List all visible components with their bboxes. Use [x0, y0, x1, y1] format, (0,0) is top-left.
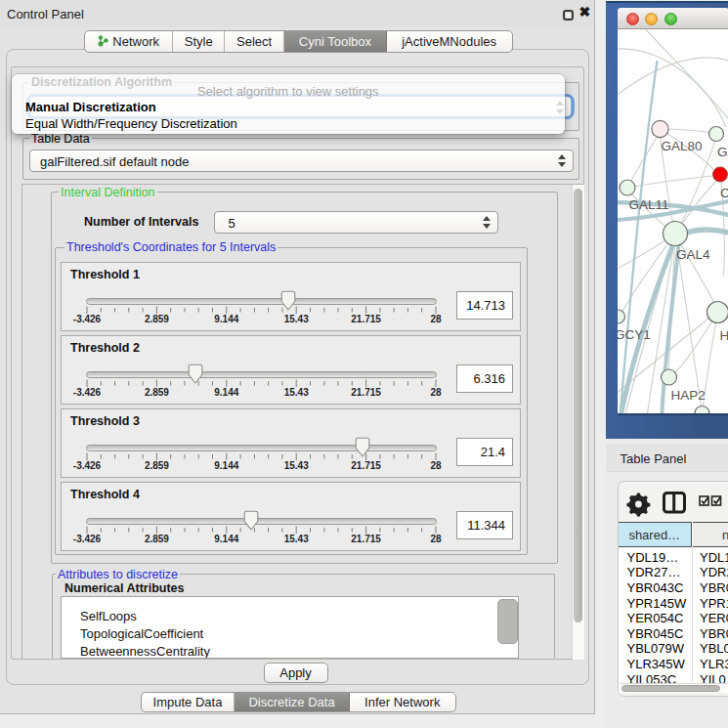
svg-text:GAL80: GAL80 [661, 139, 702, 153]
svg-text:CY: CY [720, 186, 728, 200]
svg-text:HAP2: HAP2 [670, 388, 705, 403]
svg-text:GCY1: GCY1 [618, 327, 651, 342]
svg-text:GAL: GAL [717, 145, 728, 159]
svg-text:GAL11: GAL11 [628, 197, 668, 212]
svg-text:H: H [719, 328, 728, 343]
svg-text:GAL4: GAL4 [676, 247, 710, 262]
